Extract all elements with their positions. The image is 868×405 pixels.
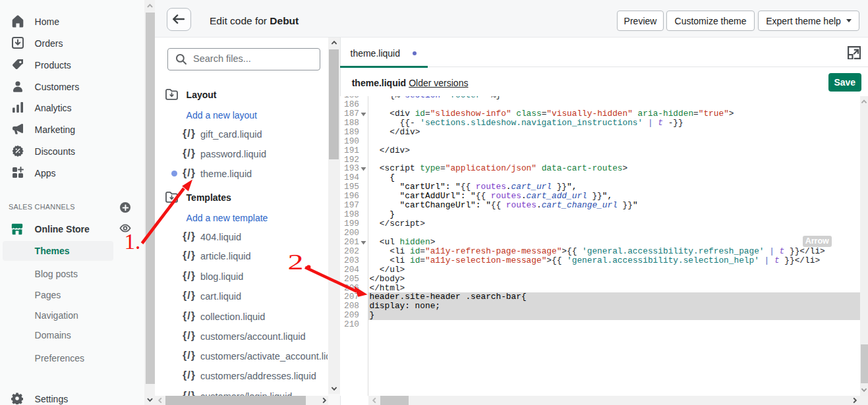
svg-text:2.: 2.	[288, 250, 312, 274]
svg-text:1.: 1.	[125, 230, 141, 254]
